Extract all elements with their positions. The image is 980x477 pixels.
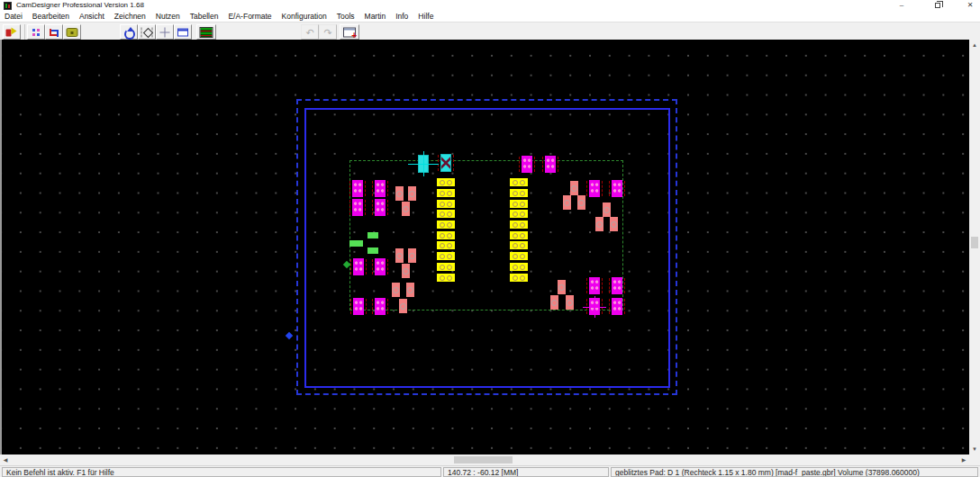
pad-yellow[interactable] — [437, 274, 455, 282]
menu-item-eaformate[interactable]: E/A-Formate — [228, 12, 271, 21]
menu-item-info[interactable]: Info — [395, 12, 408, 21]
new-window-button[interactable] — [340, 24, 359, 40]
pad-magenta[interactable] — [612, 298, 622, 315]
minimize-button[interactable]: – — [888, 0, 915, 11]
undo-button[interactable]: ↶ — [301, 24, 319, 40]
pad-yellow[interactable] — [510, 231, 528, 239]
pad-yellow[interactable] — [437, 241, 455, 249]
pad-magenta[interactable] — [589, 180, 600, 197]
pad-magenta[interactable] — [375, 298, 386, 315]
menu-item-nutzen[interactable]: Nutzen — [156, 12, 180, 21]
pad-salmon[interactable] — [610, 217, 618, 231]
undo-icon: ↶ — [305, 27, 313, 37]
pads-view-button[interactable] — [27, 24, 45, 40]
pad-salmon[interactable] — [595, 217, 603, 231]
scroll-down-icon[interactable]: ▼ — [969, 444, 980, 454]
pad-magenta[interactable] — [375, 180, 386, 197]
menu-item-zeichnen[interactable]: Zeichnen — [114, 12, 146, 21]
pad-salmon[interactable] — [408, 186, 416, 201]
pad-salmon[interactable] — [402, 202, 410, 216]
menu-item-martin[interactable]: Martin — [365, 12, 386, 21]
pad-magenta[interactable] — [352, 199, 363, 216]
pad-salmon[interactable] — [558, 280, 566, 294]
pad-magenta[interactable] — [545, 156, 556, 173]
pad-salmon[interactable] — [402, 264, 410, 278]
menu-item-bearbeiten[interactable]: Bearbeiten — [32, 12, 69, 21]
pad-salmon[interactable] — [550, 295, 558, 310]
pad-yellow[interactable] — [437, 231, 455, 239]
layers-button[interactable] — [196, 24, 216, 40]
panel-button[interactable] — [174, 24, 192, 40]
pad-yellow[interactable] — [510, 189, 528, 197]
pad-salmon[interactable] — [563, 195, 571, 210]
move-icon — [160, 27, 170, 37]
pad-salmon[interactable] — [392, 283, 400, 297]
redo-button[interactable]: ↷ — [319, 24, 337, 40]
menu-item-tabellen[interactable]: Tabellen — [190, 12, 219, 21]
pad-salmon[interactable] — [399, 299, 407, 313]
pad-yellow[interactable] — [437, 220, 455, 229]
pad-salmon[interactable] — [395, 186, 404, 201]
pad-yellow[interactable] — [510, 178, 528, 186]
pad-salmon[interactable] — [577, 195, 585, 210]
menu-item-konfiguration[interactable]: Konfiguration — [282, 12, 327, 21]
pad-salmon[interactable] — [603, 202, 611, 217]
scroll-up-icon[interactable]: ▲ — [969, 40, 980, 50]
aperture-select-button[interactable] — [138, 24, 156, 40]
maximize-button[interactable] — [924, 0, 951, 11]
pad-yellow[interactable] — [437, 189, 455, 197]
pad-yellow[interactable] — [437, 252, 455, 260]
menu-item-ansicht[interactable]: Ansicht — [79, 12, 104, 21]
app-logo-icon — [4, 2, 12, 10]
move-button[interactable] — [156, 24, 174, 40]
pad-salmon[interactable] — [570, 181, 578, 195]
pad-yellow[interactable] — [437, 210, 455, 218]
pad-yellow[interactable] — [437, 200, 455, 208]
pad-yellow[interactable] — [510, 210, 528, 218]
close-button[interactable]: ✕ — [957, 0, 980, 11]
traces-view-button[interactable] — [45, 24, 63, 40]
pad-yellow[interactable] — [437, 263, 455, 271]
pad-yellow[interactable] — [510, 252, 528, 260]
pad-green[interactable] — [368, 248, 378, 254]
horizontal-scroll-thumb[interactable] — [454, 456, 513, 464]
pad-magenta[interactable] — [612, 277, 622, 294]
pad-salmon[interactable] — [566, 295, 574, 310]
menu-item-datei[interactable]: Datei — [5, 12, 23, 21]
pad-green[interactable] — [349, 240, 363, 247]
menu-item-tools[interactable]: Tools — [337, 12, 355, 21]
exit-button[interactable] — [3, 24, 21, 40]
rotate-button[interactable] — [120, 24, 138, 40]
pad-yellow[interactable] — [510, 274, 528, 282]
toolbar: D10 ▼ ALLE LAGEN ▼ ↶ ↷ — [0, 22, 980, 40]
pad-yellow[interactable] — [510, 200, 528, 208]
pad-cyan[interactable] — [440, 154, 451, 172]
pad-magenta[interactable] — [353, 258, 364, 275]
pad-yellow[interactable] — [510, 220, 528, 229]
scroll-left-icon[interactable]: ◀ — [0, 454, 11, 465]
pad-salmon[interactable] — [395, 248, 404, 263]
pad-magenta[interactable] — [353, 298, 364, 315]
pad-magenta[interactable] — [352, 180, 363, 197]
horizontal-scrollbar[interactable]: ◀ ▶ — [0, 454, 969, 465]
cursor-coordinates: 140.72 : -60.12 [MM] — [443, 467, 609, 477]
fill-view-button[interactable] — [63, 24, 81, 40]
vertical-scrollbar[interactable]: ▲ ▼ — [969, 40, 980, 454]
pad-magenta[interactable] — [375, 258, 386, 275]
pad-magenta[interactable] — [375, 199, 386, 216]
rotate-icon — [123, 27, 134, 38]
vertical-scroll-thumb[interactable] — [971, 237, 978, 248]
pad-yellow[interactable] — [510, 241, 528, 249]
pad-salmon[interactable] — [408, 248, 416, 263]
pad-yellow[interactable] — [437, 178, 455, 186]
pad-magenta[interactable] — [589, 277, 600, 294]
pad-green[interactable] — [368, 232, 378, 238]
pad-salmon[interactable] — [406, 283, 414, 297]
pad-yellow[interactable] — [510, 263, 528, 271]
pcb-canvas[interactable] — [0, 40, 969, 454]
pad-magenta[interactable] — [612, 180, 622, 197]
exit-icon — [6, 27, 18, 37]
pad-magenta[interactable] — [522, 156, 532, 173]
scroll-right-icon[interactable]: ▶ — [958, 454, 969, 465]
menu-item-hilfe[interactable]: Hilfe — [418, 12, 433, 21]
